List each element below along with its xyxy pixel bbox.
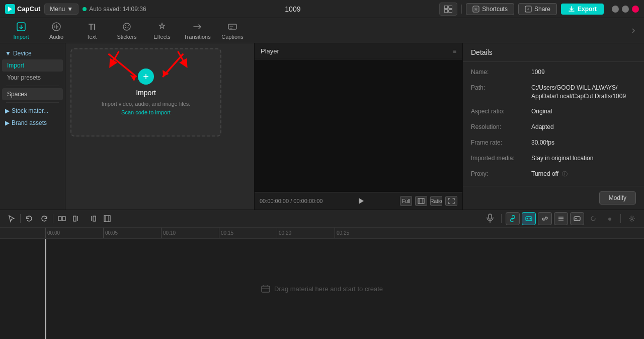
export-button[interactable]: Export: [561, 4, 604, 15]
undo-button[interactable]: [23, 212, 36, 225]
detail-row-name: Name: 1009: [471, 68, 636, 77]
detail-fps-label: Frame rate:: [471, 139, 531, 146]
sidebar-brand-chevron-icon: ▶: [5, 119, 10, 126]
import-desc: Import video, audio, and image files. Sc…: [102, 100, 191, 116]
close-button[interactable]: [632, 6, 639, 13]
sidebar-divider-2: [6, 102, 59, 103]
minimize-button[interactable]: [612, 6, 619, 13]
svg-point-40: [608, 218, 611, 221]
details-footer: Modify: [463, 186, 644, 210]
shortcuts-button[interactable]: ⌘ Shortcuts: [466, 3, 514, 15]
view-mode-button[interactable]: [439, 3, 457, 16]
left-sidebar: ▼ Device Import Your presets Spaces: [0, 43, 65, 210]
import-icon: [16, 22, 26, 33]
link-audio-button[interactable]: [506, 212, 520, 225]
tab-text[interactable]: TI Text: [74, 20, 109, 42]
sidebar-stock-group[interactable]: ▶ Stock mater...: [2, 105, 63, 117]
tab-audio[interactable]: Audio: [39, 20, 73, 42]
menu-button[interactable]: Menu ▼: [44, 4, 78, 15]
svg-rect-29: [489, 214, 492, 219]
link-button[interactable]: [538, 212, 552, 225]
toolbar-divider-1: [20, 214, 21, 223]
text-label: Text: [87, 34, 97, 40]
svg-rect-24: [58, 217, 61, 221]
ruler-mark-2: 00:10: [161, 228, 219, 238]
detail-aspect-label: Aspect ratio:: [471, 107, 531, 115]
mic-button[interactable]: [483, 212, 497, 225]
svg-point-33: [530, 218, 531, 220]
fullscreen-button[interactable]: [445, 196, 457, 206]
timeline-track-area[interactable]: Drag material here and start to create: [0, 239, 644, 339]
import-drop-box[interactable]: + Import Import video, audio, and image …: [70, 48, 221, 137]
ruler-mark-5: 00:25: [335, 228, 392, 238]
svg-marker-19: [130, 75, 136, 82]
sidebar-item-presets[interactable]: Your presets: [2, 72, 63, 84]
ruler-mark-3: 00:15: [219, 228, 277, 238]
detail-path-label: Path:: [471, 84, 531, 91]
detail-aspect-value: Original: [531, 107, 636, 116]
modify-button[interactable]: Modify: [599, 191, 636, 205]
timeline-toolbar: [0, 210, 644, 228]
ratio-button[interactable]: Ratio: [430, 196, 442, 206]
detail-name-value: 1009: [531, 68, 636, 77]
menu-chevron-icon: ▼: [67, 6, 73, 13]
redo2-button[interactable]: [602, 212, 616, 225]
share-button[interactable]: ↗ Share: [518, 3, 557, 15]
undo2-button[interactable]: [586, 212, 600, 225]
detail-res-label: Resolution:: [471, 123, 531, 130]
timeline-ruler: 00:00 00:05 00:10 00:15 00:20 00:25: [0, 228, 644, 239]
tab-transitions[interactable]: Transitions: [180, 20, 214, 42]
fit-button[interactable]: [415, 196, 427, 206]
app-name: CapCut: [17, 5, 40, 13]
trim-right-button[interactable]: [86, 212, 99, 225]
detail-imported-value: Stay in original location: [531, 154, 636, 163]
svg-marker-0: [8, 7, 12, 12]
crop-button[interactable]: [101, 212, 114, 225]
svg-rect-28: [104, 216, 110, 222]
svg-line-20: [163, 54, 183, 77]
tab-captions[interactable]: Captions: [215, 20, 250, 42]
sidebar-item-spaces[interactable]: Spaces: [2, 88, 63, 100]
player-time-current: 00:00:00:00: [260, 198, 289, 204]
trim-left-button[interactable]: [70, 212, 84, 225]
sidebar-brand-label: Brand assets: [12, 119, 47, 126]
split-button[interactable]: [55, 212, 68, 225]
titlebar: CapCut Menu ▼ Auto saved: 14:09:36 1009 …: [0, 0, 644, 18]
right-divider-2: [620, 214, 621, 223]
split-audio-button[interactable]: [522, 212, 536, 225]
import-plus-icon: +: [138, 69, 154, 85]
select-tool-button[interactable]: [5, 212, 18, 225]
redo-button[interactable]: [38, 212, 51, 225]
player-title: Player: [261, 47, 279, 55]
detail-row-path: Path: C:/Users/GOOD WILL ALWAYS/AppData/…: [471, 84, 636, 101]
ruler-mark-4: 00:20: [277, 228, 335, 238]
details-header: Details: [463, 43, 644, 62]
svg-rect-4: [449, 10, 452, 13]
timeline-empty-text: Drag material here and start to create: [274, 285, 383, 293]
settings-button[interactable]: [625, 212, 639, 225]
subtitle-button[interactable]: [570, 212, 584, 225]
detail-name-label: Name:: [471, 68, 531, 76]
svg-line-16: [112, 51, 119, 64]
svg-point-41: [631, 218, 633, 220]
sidebar-brand-group[interactable]: ▶ Brand assets: [2, 117, 63, 129]
maximize-button[interactable]: [622, 6, 629, 13]
detail-row-aspect: Aspect ratio: Original: [471, 107, 636, 116]
stickers-icon: [122, 22, 132, 33]
proxy-info-icon[interactable]: ⓘ: [562, 171, 568, 177]
toolbar-expand-button[interactable]: [627, 20, 640, 42]
tab-import[interactable]: Import: [4, 20, 38, 42]
align-button[interactable]: [554, 212, 568, 225]
sidebar-item-import[interactable]: Import: [2, 59, 63, 72]
svg-line-17: [178, 51, 186, 64]
tab-effects[interactable]: Effects: [145, 20, 179, 42]
player-menu-icon[interactable]: ≡: [453, 48, 456, 55]
app-logo: CapCut: [5, 4, 40, 14]
menu-label: Menu: [50, 6, 65, 13]
full-button[interactable]: Full: [400, 196, 412, 206]
play-button[interactable]: [356, 195, 367, 207]
tab-stickers[interactable]: Stickers: [110, 20, 144, 42]
import-scan-link[interactable]: Scan code to import: [121, 109, 171, 115]
sidebar-device-group[interactable]: ▼ Device: [2, 47, 63, 59]
import-title: Import: [136, 89, 156, 97]
